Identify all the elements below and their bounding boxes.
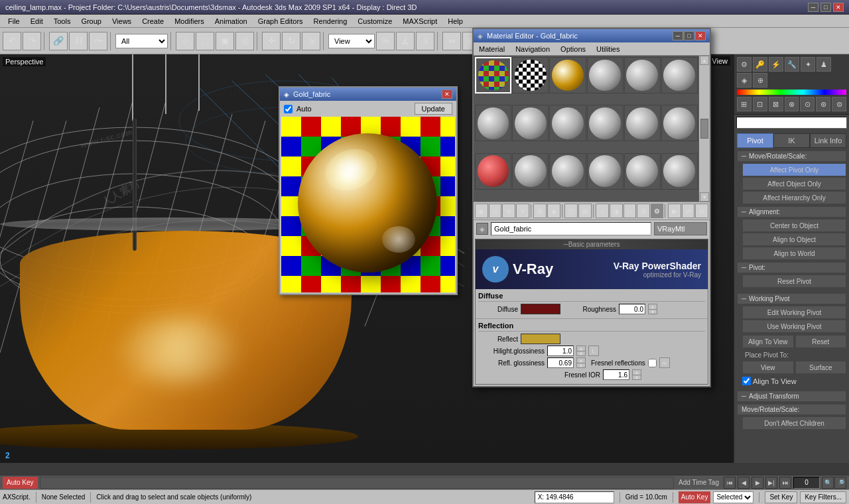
rp-icon-2[interactable]: 🔑 (753, 57, 767, 72)
select-region-button[interactable]: ⬚ (196, 32, 214, 50)
color-swatch-bar[interactable] (737, 90, 846, 95)
affect-pivot-only-button[interactable]: Affect Pivot Only (742, 163, 846, 176)
scale-button[interactable]: ⇲ (302, 32, 320, 50)
roughness-down[interactable]: ▼ (649, 310, 657, 314)
menu-edit[interactable]: Edit (25, 16, 48, 27)
mat-menu-utilities[interactable]: Utilities (591, 44, 625, 54)
set-key-button[interactable]: Set Key (765, 491, 797, 503)
fresnel-ior-down[interactable]: ▼ (633, 375, 641, 380)
affect-hierarchy-only-button[interactable]: Affect Hierarchy Only (742, 191, 846, 204)
reset-pivot-button[interactable]: Reset Pivot (742, 275, 846, 288)
align-to-view-button[interactable]: Align To View (742, 335, 794, 348)
use-working-pivot-button[interactable]: Use Working Pivot (742, 320, 846, 333)
mat-menu-options[interactable]: Options (555, 44, 591, 54)
refl-gloss-spinner[interactable]: ▲ ▼ (576, 357, 586, 368)
fresnel-ior-up[interactable]: ▲ (633, 370, 641, 375)
mat-get-material[interactable]: ◉ (475, 204, 488, 218)
anim-start-button[interactable]: ⏮ (724, 477, 736, 489)
mat-sphere-18[interactable] (661, 153, 698, 190)
gf-update-button[interactable]: Update (415, 103, 452, 115)
maximize-button[interactable]: □ (820, 3, 831, 12)
mat-bg-toggle[interactable]: □ (623, 204, 637, 218)
mat-sphere-6[interactable] (661, 57, 698, 94)
fresnel-ior-spinner[interactable]: ▲ ▼ (632, 369, 641, 380)
selected-dropdown[interactable]: Selected (713, 491, 753, 503)
hilight-lock-btn[interactable]: L (588, 346, 599, 356)
rotate-button[interactable]: ↻ (282, 32, 300, 50)
mat-sphere-11[interactable] (624, 105, 661, 141)
mat-options[interactable]: ⚙ (651, 204, 664, 218)
minimize-button[interactable]: ─ (808, 3, 818, 12)
align-to-view-checkbox[interactable] (742, 377, 751, 385)
affect-object-only-button[interactable]: Affect Object Only (742, 177, 846, 190)
anim-end-button[interactable]: ⏭ (779, 477, 791, 489)
mat-sphere-5[interactable] (624, 57, 661, 94)
roughness-input[interactable] (619, 304, 645, 314)
mat-name-input[interactable] (491, 222, 651, 235)
rp-icon-13[interactable]: ⊙ (800, 97, 815, 111)
link-info-tab[interactable]: Link Info (810, 133, 846, 148)
rp-icon-12[interactable]: ⊗ (785, 97, 799, 111)
mat-map[interactable]: ⊟ (695, 204, 708, 218)
mat-backlight[interactable]: ◑ (610, 204, 623, 218)
mat-editor-close[interactable]: ✕ (695, 31, 706, 40)
unlink-button[interactable]: ⛓ (69, 32, 88, 50)
mat-pick[interactable]: ☍ (682, 204, 695, 218)
align-to-world-button[interactable]: Align to World (742, 247, 846, 260)
bind-space-warp[interactable]: 〜 (89, 32, 107, 50)
diffuse-color-swatch[interactable] (521, 304, 560, 314)
refl-gloss-down[interactable]: ▼ (577, 363, 585, 368)
fresnel-ior-input[interactable] (603, 369, 629, 380)
refl-gloss-up[interactable]: ▲ (577, 358, 585, 363)
mat-sphere-8[interactable] (512, 105, 549, 141)
right-panel-input[interactable] (736, 117, 847, 129)
rp-icon-3[interactable]: ⚡ (769, 57, 783, 72)
menu-animation[interactable]: Animation (210, 16, 253, 27)
scroll-thumb[interactable] (700, 119, 708, 139)
dont-affect-children-button[interactable]: Don't Affect Children (742, 416, 846, 430)
mat-sphere-15[interactable] (549, 153, 586, 190)
mat-sphere-17[interactable] (624, 153, 661, 190)
hilight-spinner[interactable]: ▲ ▼ (576, 346, 586, 356)
add-time-tag-label[interactable]: Add Time Tag (676, 479, 722, 486)
mat-editor-maximize[interactable]: □ (684, 31, 694, 40)
fresnel-map-btn[interactable]: m (659, 357, 670, 368)
reset-working-pivot-button[interactable]: Reset (795, 335, 847, 348)
rp-icon-1[interactable]: ⚙ (737, 57, 751, 72)
menu-views[interactable]: Views (107, 16, 137, 27)
close-button[interactable]: ✕ (833, 3, 844, 12)
refl-gloss-input[interactable] (547, 357, 574, 368)
menu-graph-editors[interactable]: Graph Editors (253, 16, 308, 27)
mat-sphere-13[interactable] (475, 153, 511, 190)
selection-filter-dropdown[interactable]: All Geometry Shapes Lights (115, 34, 168, 48)
reflect-color-swatch[interactable] (521, 334, 560, 344)
rp-icon-11[interactable]: ⊠ (769, 97, 783, 111)
zoom-out-button[interactable]: 🔎 (834, 477, 846, 489)
menu-customize[interactable]: Customize (352, 16, 397, 27)
mat-sample-type[interactable]: ○ (596, 204, 609, 218)
menu-help[interactable]: Help (442, 16, 468, 27)
mat-sphere-10[interactable] (587, 105, 623, 141)
mat-copy[interactable]: ⊞ (533, 204, 547, 218)
mat-menu-navigation[interactable]: Navigation (510, 44, 555, 54)
mat-reset[interactable]: ✕ (516, 204, 529, 218)
scroll-up-arrow[interactable]: ▲ (700, 56, 709, 65)
mat-sphere-9[interactable] (549, 105, 586, 141)
menu-rendering[interactable]: Rendering (308, 16, 353, 27)
mat-sphere-16[interactable] (587, 153, 623, 190)
menu-group[interactable]: Group (76, 16, 107, 27)
rp-icon-7[interactable]: ◈ (737, 73, 751, 88)
menu-maxscript[interactable]: MAXScript (397, 16, 442, 27)
hilight-up[interactable]: ▲ (577, 346, 585, 351)
select-window-button[interactable]: ▣ (216, 32, 234, 50)
select-lasso-button[interactable]: ◎ (235, 32, 254, 50)
mat-sphere-2[interactable] (512, 57, 549, 94)
mat-sphere-12[interactable] (661, 105, 698, 141)
menu-modifiers[interactable]: Modifiers (169, 16, 210, 27)
mat-sphere-7[interactable] (475, 105, 511, 141)
gf-close-button[interactable]: ✕ (442, 90, 452, 99)
percent-snap[interactable]: % (376, 32, 395, 50)
gf-preview-area[interactable] (281, 117, 455, 292)
surface-button[interactable]: Surface (795, 361, 847, 374)
rp-icon-10[interactable]: ⊡ (753, 97, 767, 111)
